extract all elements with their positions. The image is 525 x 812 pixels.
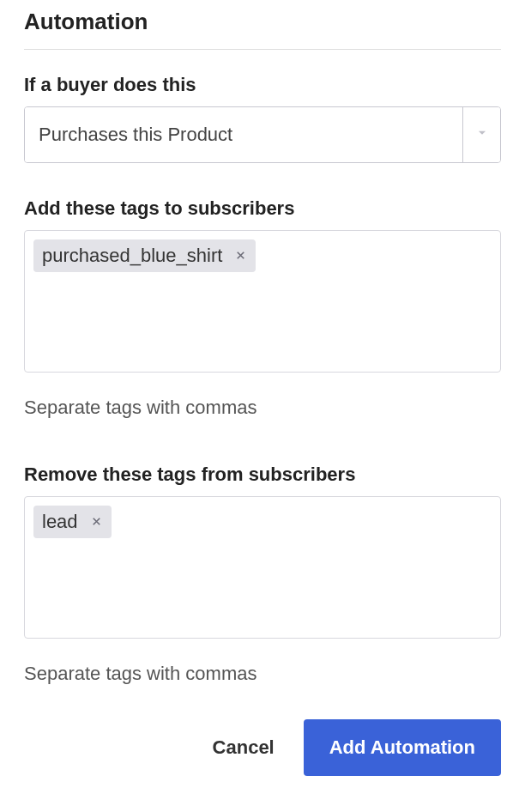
add-tags-label: Add these tags to subscribers — [24, 197, 501, 220]
trigger-select-value[interactable]: Purchases this Product — [25, 107, 462, 162]
remove-tags-hint: Separate tags with commas — [24, 663, 501, 685]
section-title: Automation — [24, 9, 501, 35]
button-row: Cancel Add Automation — [24, 719, 501, 776]
add-tags-hint: Separate tags with commas — [24, 397, 501, 419]
trigger-select[interactable]: Purchases this Product — [24, 106, 501, 163]
tag-chip: purchased_blue_shirt — [33, 239, 256, 272]
trigger-label: If a buyer does this — [24, 74, 501, 96]
trigger-select-arrow[interactable] — [462, 107, 500, 162]
remove-tag-button[interactable] — [90, 511, 103, 533]
divider — [24, 49, 501, 50]
close-icon — [234, 245, 247, 267]
tag-chip: lead — [33, 506, 112, 538]
tag-label: purchased_blue_shirt — [42, 245, 222, 267]
cancel-button[interactable]: Cancel — [209, 721, 278, 774]
tag-label: lead — [42, 511, 78, 533]
chevron-down-icon — [476, 127, 488, 142]
add-tags-input[interactable]: purchased_blue_shirt — [24, 230, 501, 373]
add-automation-button[interactable]: Add Automation — [304, 719, 501, 776]
remove-tags-input[interactable]: lead — [24, 496, 501, 639]
remove-tags-label: Remove these tags from subscribers — [24, 464, 501, 486]
remove-tag-button[interactable] — [234, 245, 247, 267]
close-icon — [90, 511, 103, 533]
